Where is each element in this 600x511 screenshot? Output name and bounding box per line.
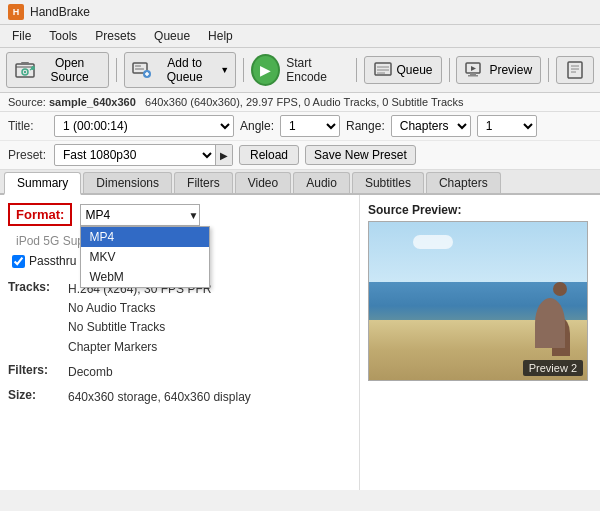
title-select[interactable]: 1 (00:00:14) — [54, 115, 234, 137]
queue-icon — [373, 60, 393, 80]
queue-label: Queue — [397, 63, 433, 77]
source-bar: Source: sample_640x360 640x360 (640x360)… — [0, 93, 600, 112]
tracks-line-3: Chapter Markers — [68, 338, 211, 357]
menu-bar: File Tools Presets Queue Help — [0, 25, 600, 48]
tab-audio[interactable]: Audio — [293, 172, 350, 193]
start-encode-label[interactable]: Start Encode — [286, 56, 348, 84]
dropdown-arrow-icon[interactable]: ▼ — [220, 65, 229, 75]
source-filename: sample_640x360 — [49, 96, 136, 108]
filters-label: Filters: — [8, 363, 68, 382]
open-source-button[interactable]: Open Source — [6, 52, 109, 88]
tab-filters[interactable]: Filters — [174, 172, 233, 193]
svg-rect-22 — [568, 62, 582, 78]
tracks-values: H.264 (x264), 30 FPS PFR No Audio Tracks… — [68, 280, 211, 357]
preview-icon — [465, 60, 485, 80]
format-label: Format: — [8, 203, 72, 226]
svg-rect-19 — [470, 73, 476, 75]
range-type-select[interactable]: Chapters — [391, 115, 471, 137]
format-option-mp4[interactable]: MP4 — [81, 227, 209, 247]
preview-person-body — [552, 318, 570, 356]
add-to-queue-button[interactable]: Add to Queue ▼ — [124, 52, 236, 88]
size-section: Size: 640x360 storage, 640x360 display — [8, 388, 351, 407]
preview-label-toolbar: Preview — [489, 63, 532, 77]
add-queue-icon — [131, 60, 151, 80]
menu-file[interactable]: File — [4, 27, 39, 45]
preset-label: Preset: — [8, 148, 48, 162]
menu-presets[interactable]: Presets — [87, 27, 144, 45]
tab-summary[interactable]: Summary — [4, 172, 81, 195]
tracks-section: Tracks: H.264 (x264), 30 FPS PFR No Audi… — [8, 280, 351, 357]
preview-image: Preview 2 — [368, 221, 588, 381]
size-label: Size: — [8, 388, 68, 407]
separator-4 — [449, 58, 450, 82]
separator-5 — [548, 58, 549, 82]
filters-section: Filters: Decomb — [8, 363, 351, 382]
tab-video[interactable]: Video — [235, 172, 291, 193]
range-num-select[interactable]: 1 — [477, 115, 537, 137]
reload-button[interactable]: Reload — [239, 145, 299, 165]
format-select-container: MP4 ▼ MP4 MKV WebM — [80, 204, 200, 226]
tracks-line-2: No Subtitle Tracks — [68, 318, 211, 337]
preset-row: Preset: Fast 1080p30 ▶ Reload Save New P… — [0, 141, 600, 170]
size-value: 640x360 storage, 640x360 display — [68, 388, 251, 407]
left-panel: Format: MP4 ▼ MP4 MKV WebM iPod 5G Suppo… — [0, 195, 360, 490]
preview-button[interactable]: Preview — [456, 56, 541, 84]
title-row: Title: 1 (00:00:14) Angle: 1 Range: Chap… — [0, 112, 600, 141]
format-option-webm[interactable]: WebM — [81, 267, 209, 287]
source-details: 640x360 (640x360), 29.97 FPS, 0 Audio Tr… — [145, 96, 464, 108]
svg-rect-10 — [135, 68, 144, 70]
right-panel: Source Preview: Preview 2 — [360, 195, 600, 490]
main-content: Format: MP4 ▼ MP4 MKV WebM iPod 5G Suppo… — [0, 195, 600, 490]
svg-rect-9 — [135, 65, 141, 67]
tabs-bar: Summary Dimensions Filters Video Audio S… — [0, 170, 600, 195]
activity-log-button[interactable] — [556, 56, 594, 84]
open-source-icon — [15, 60, 35, 80]
separator-2 — [243, 58, 244, 82]
queue-button[interactable]: Queue — [364, 56, 442, 84]
angle-select[interactable]: 1 — [280, 115, 340, 137]
tracks-line-1: No Audio Tracks — [68, 299, 211, 318]
svg-rect-3 — [21, 62, 29, 65]
svg-marker-21 — [471, 66, 476, 71]
menu-queue[interactable]: Queue — [146, 27, 198, 45]
title-bar: H HandBrake — [0, 0, 600, 25]
app-icon: H — [8, 4, 24, 20]
format-select[interactable]: MP4 — [80, 204, 200, 226]
svg-rect-20 — [468, 75, 478, 77]
title-label: Title: — [8, 119, 48, 133]
separator-1 — [116, 58, 117, 82]
format-row: Format: MP4 ▼ MP4 MKV WebM — [8, 203, 351, 226]
preview-cloud — [413, 235, 453, 249]
preset-arrow-button[interactable]: ▶ — [215, 145, 232, 165]
menu-tools[interactable]: Tools — [41, 27, 85, 45]
source-preview-label: Source Preview: — [368, 203, 592, 217]
open-source-label: Open Source — [39, 56, 100, 84]
format-dropdown[interactable]: MP4 MKV WebM — [80, 226, 210, 288]
passthru-checkbox[interactable] — [12, 255, 25, 268]
menu-help[interactable]: Help — [200, 27, 241, 45]
angle-label: Angle: — [240, 119, 274, 133]
source-label: Source: — [8, 96, 46, 108]
app-title: HandBrake — [30, 5, 90, 19]
add-to-queue-label: Add to Queue — [153, 56, 216, 84]
preset-select[interactable]: Fast 1080p30 — [55, 145, 215, 165]
filters-value: Decomb — [68, 363, 113, 382]
separator-3 — [356, 58, 357, 82]
svg-point-2 — [24, 71, 26, 73]
range-label: Range: — [346, 119, 385, 133]
activity-log-icon — [565, 60, 585, 80]
toolbar: Open Source Add to Queue ▼ ▶ Start Encod… — [0, 48, 600, 93]
tracks-label: Tracks: — [8, 280, 68, 357]
tab-subtitles[interactable]: Subtitles — [352, 172, 424, 193]
start-encode-button[interactable]: ▶ — [251, 54, 280, 86]
save-new-preset-button[interactable]: Save New Preset — [305, 145, 416, 165]
preview-badge[interactable]: Preview 2 — [523, 360, 583, 376]
format-option-mkv[interactable]: MKV — [81, 247, 209, 267]
tab-chapters[interactable]: Chapters — [426, 172, 501, 193]
preset-select-container: Fast 1080p30 ▶ — [54, 144, 233, 166]
tab-dimensions[interactable]: Dimensions — [83, 172, 172, 193]
